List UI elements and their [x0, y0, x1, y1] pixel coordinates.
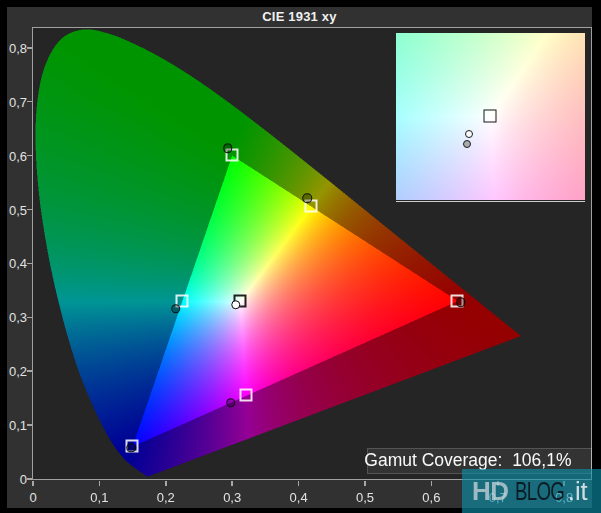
x-tick-0,5	[364, 481, 366, 486]
measured-marker-red	[456, 297, 466, 307]
y-tick-0,4	[27, 263, 32, 265]
y-tick-0,2	[27, 370, 32, 372]
measured-marker-magenta	[226, 398, 236, 408]
x-tick-0,4	[298, 481, 300, 486]
y-tick-label-0: 0	[1, 472, 27, 487]
y-tick-label-0,8: 0,8	[1, 40, 27, 55]
measured-marker-green	[223, 143, 233, 153]
measured-marker-yellow	[302, 194, 312, 204]
inset-measured-marker-white-1	[465, 130, 473, 138]
inset-measured-marker-white-2	[463, 140, 471, 148]
y-tick-0,8	[27, 47, 32, 49]
y-tick-0,7	[27, 101, 32, 103]
watermark: HDBLOG.it	[462, 469, 601, 513]
x-tick-0,3	[231, 481, 233, 486]
x-tick-0,2	[165, 481, 167, 486]
watermark-it: .it	[568, 477, 588, 505]
plot-area: Gamut Coverage: 106,1%	[32, 27, 592, 480]
y-tick-0,1	[27, 424, 32, 426]
screenshot-root: CIE 1931 xy Gamut Coverage: 106,1% 00,10…	[0, 0, 601, 513]
x-tick-0	[32, 481, 34, 486]
measured-marker-white	[231, 300, 241, 310]
inset-ref-marker-white	[484, 110, 497, 123]
y-tick-label-0,2: 0,2	[1, 364, 27, 379]
measured-marker-blue	[126, 443, 136, 453]
y-tick-label-0,6: 0,6	[1, 148, 27, 163]
y-tick-label-0,1: 0,1	[1, 418, 27, 433]
y-tick-0,5	[27, 209, 32, 211]
watermark-hd: HD	[472, 476, 509, 506]
y-tick-0,3	[27, 317, 32, 319]
x-tick-label-0,3: 0,3	[215, 490, 249, 505]
y-tick-label-0,7: 0,7	[1, 94, 27, 109]
chart-title: CIE 1931 xy	[7, 9, 592, 24]
watermark-text: HDBLOG.it	[472, 476, 588, 507]
ref-marker-magenta	[239, 389, 252, 402]
x-tick-label-0,5: 0,5	[348, 490, 382, 505]
whitepoint-zoom-inset	[396, 33, 585, 202]
x-tick-label-0,2: 0,2	[149, 490, 183, 505]
y-tick-label-0,3: 0,3	[1, 310, 27, 325]
x-tick-label-0,4: 0,4	[282, 490, 316, 505]
x-tick-label-0,6: 0,6	[414, 490, 448, 505]
measured-marker-cyan	[171, 304, 181, 314]
y-tick-0	[27, 478, 32, 480]
x-tick-label-0: 0	[16, 490, 50, 505]
y-tick-label-0,5: 0,5	[1, 202, 27, 217]
chart-window: CIE 1931 xy Gamut Coverage: 106,1% 00,10…	[7, 7, 592, 508]
y-tick-0,6	[27, 155, 32, 157]
y-tick-label-0,4: 0,4	[1, 256, 27, 271]
x-tick-label-0,1: 0,1	[82, 490, 116, 505]
x-tick-0,6	[431, 481, 433, 486]
watermark-blog: BLOG	[515, 476, 564, 507]
x-tick-0,1	[99, 481, 101, 486]
